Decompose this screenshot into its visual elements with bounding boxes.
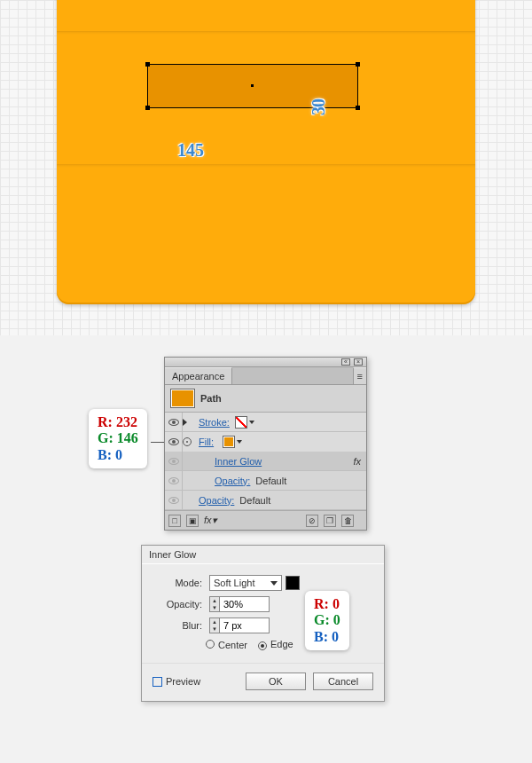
- opacity-value: Default: [239, 495, 270, 506]
- disclosure-icon[interactable]: [183, 419, 187, 426]
- ok-button[interactable]: OK: [246, 673, 306, 690]
- panel-titlebar[interactable]: « ×: [165, 358, 366, 367]
- fill-label[interactable]: Fill:: [199, 437, 214, 447]
- trash-icon[interactable]: 🗑: [341, 515, 354, 527]
- mode-value: Soft Light: [214, 578, 254, 588]
- resize-handle-bl[interactable]: [145, 106, 150, 110]
- stroke-row[interactable]: Stroke:: [165, 413, 366, 432]
- appearance-panel: « × Appearance ≡ Path Stroke:: [164, 357, 367, 531]
- panel-collapse-icon[interactable]: «: [341, 358, 350, 366]
- mode-label: Mode:: [153, 578, 202, 588]
- object-type: Path: [200, 393, 222, 404]
- artboard-grid: 145 30: [0, 0, 532, 335]
- center-point: [251, 84, 254, 87]
- panel-close-icon[interactable]: ×: [354, 358, 363, 366]
- chevron-down-icon: [270, 581, 278, 586]
- panel-menu-spacer: [232, 367, 352, 384]
- dropdown-arrow-icon[interactable]: [237, 440, 242, 444]
- orange-shape: [57, 0, 475, 304]
- center-radio[interactable]: Center: [206, 640, 247, 650]
- opacity-label[interactable]: Opacity:: [215, 476, 250, 486]
- opacity-label[interactable]: Opacity:: [199, 495, 234, 506]
- fill-swatch[interactable]: [223, 436, 235, 448]
- thumbnail-swatch: [170, 389, 195, 408]
- eye-icon[interactable]: [168, 438, 179, 445]
- glow-color-swatch[interactable]: [286, 576, 300, 590]
- panel-menu-icon[interactable]: ≡: [353, 367, 366, 384]
- fx-icon: fx: [353, 456, 361, 467]
- mode-select[interactable]: Soft Light: [209, 575, 282, 591]
- stroke-label[interactable]: Stroke:: [199, 417, 230, 428]
- dimension-width: 145: [177, 140, 204, 161]
- tab-appearance[interactable]: Appearance: [165, 367, 232, 384]
- fill-opacity-row[interactable]: Opacity: Default: [165, 471, 366, 491]
- spinner-down-icon[interactable]: ▼: [210, 604, 219, 611]
- duplicate-icon[interactable]: ❐: [324, 515, 336, 527]
- fx-menu-icon[interactable]: fx▾: [204, 515, 217, 526]
- preview-checkbox[interactable]: Preview: [153, 676, 200, 688]
- spinner-up-icon[interactable]: ▲: [210, 597, 219, 604]
- callout-g: G: 0: [314, 612, 340, 628]
- fill-row[interactable]: Fill:: [165, 432, 366, 452]
- panel-footer: □ ▣ fx▾ ⊘ ❐ 🗑: [165, 510, 366, 530]
- spinner-up-icon[interactable]: ▲: [210, 618, 219, 625]
- callout-b: B: 0: [314, 629, 340, 645]
- resize-handle-br[interactable]: [356, 106, 360, 110]
- effect-row[interactable]: Inner Glow fx: [165, 452, 366, 471]
- eye-icon[interactable]: [168, 497, 179, 504]
- clear-appearance-icon[interactable]: ▣: [186, 515, 199, 527]
- stroke-swatch-none[interactable]: [235, 416, 247, 429]
- object-opacity-row[interactable]: Opacity: Default: [165, 491, 366, 510]
- callout-r: R: 232: [98, 414, 138, 430]
- opacity-spinner[interactable]: ▲▼: [209, 596, 270, 612]
- glow-color-callout: R: 0 G: 0 B: 0: [305, 591, 349, 650]
- target-icon[interactable]: [183, 437, 192, 446]
- cancel-button[interactable]: Cancel: [313, 673, 373, 690]
- spinner-down-icon[interactable]: ▼: [210, 625, 219, 633]
- opacity-value: Default: [255, 476, 286, 486]
- opacity-input[interactable]: [220, 596, 270, 612]
- no-fill-icon[interactable]: □: [168, 515, 181, 527]
- callout-g: G: 146: [98, 430, 138, 446]
- not-allowed-icon[interactable]: ⊘: [306, 515, 318, 527]
- edge-radio[interactable]: Edge: [258, 639, 293, 650]
- dialog-title: Inner Glow: [142, 546, 384, 564]
- effect-name[interactable]: Inner Glow: [215, 456, 262, 467]
- resize-handle-tl[interactable]: [145, 62, 150, 67]
- center-label: Center: [218, 640, 247, 650]
- preview-label: Preview: [166, 676, 200, 687]
- eye-icon[interactable]: [168, 477, 179, 484]
- blur-spinner[interactable]: ▲▼: [209, 617, 270, 633]
- callout-r: R: 0: [314, 596, 340, 612]
- callout-b: B: 0: [98, 447, 138, 463]
- blur-label: Blur:: [153, 620, 202, 631]
- eye-icon[interactable]: [168, 419, 179, 426]
- opacity-label: Opacity:: [153, 599, 202, 610]
- eye-icon[interactable]: [168, 458, 179, 465]
- edge-label: Edge: [270, 639, 293, 649]
- blur-input[interactable]: [220, 617, 270, 633]
- dropdown-arrow-icon[interactable]: [249, 421, 254, 424]
- resize-handle-tr[interactable]: [356, 62, 360, 67]
- fill-color-callout: R: 232 G: 146 B: 0: [89, 409, 147, 468]
- dimension-height: 30: [309, 99, 329, 115]
